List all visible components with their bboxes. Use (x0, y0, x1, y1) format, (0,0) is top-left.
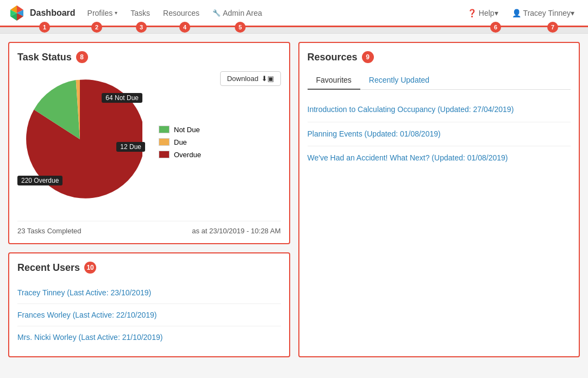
step-6: 6 (490, 22, 501, 33)
chevron-down-icon: ▾ (115, 10, 117, 16)
resources-tabs: Favourites Recently Updated (308, 71, 571, 90)
step-7: 7 (547, 22, 558, 33)
user-item[interactable]: Tracey Tinney (Last Active: 23/10/2019) (17, 282, 281, 304)
chevron-down-icon: ▾ (495, 9, 498, 17)
resource-item[interactable]: We've Had an Accident! What Next? (Updat… (308, 146, 571, 170)
legend-not-due: Not Due (159, 126, 201, 134)
chevron-down-icon: ▾ (571, 9, 574, 17)
recent-users-badge: 10 (84, 262, 96, 274)
step-1: 1 (39, 22, 50, 33)
tab-favourites[interactable]: Favourites (308, 71, 360, 90)
user-item[interactable]: Frances Worley (Last Active: 22/10/2019) (17, 304, 281, 326)
step-3: 3 (136, 22, 147, 33)
step-2: 2 (91, 22, 102, 33)
overdue-color (159, 151, 170, 158)
resources-title: Resources 9 (308, 51, 571, 63)
task-status-badge: 8 (76, 51, 88, 63)
tasks-timestamp: as at 23/10/2019 - 10:28 AM (192, 227, 280, 235)
pie-chart: 64 Not Due 12 Due 220 Overdue (17, 77, 148, 207)
chart-area: 64 Not Due 12 Due 220 Overdue Not Due Du… (17, 71, 220, 213)
nav-item-user[interactable]: 👤 Tracey Tinney ▾ (506, 0, 580, 27)
legend-due: Due (159, 138, 201, 146)
legend-overdue: Overdue (159, 151, 201, 159)
task-status-card: Task Status 8 Download ⬇▣ 64 Not Due 12 … (8, 42, 290, 244)
step-5: 5 (235, 22, 246, 33)
logo-icon (8, 4, 26, 22)
step-4: 4 (179, 22, 190, 33)
user-list: Tracey Tinney (Last Active: 23/10/2019) … (17, 282, 281, 348)
overdue-label: 220 Overdue (17, 176, 62, 185)
recent-users-title: Recent Users 10 (17, 262, 281, 274)
main-content: Task Status 8 Download ⬇▣ 64 Not Due 12 … (0, 34, 588, 365)
resource-item[interactable]: Planning Events (Updated: 01/08/2019) (308, 122, 571, 147)
download-button[interactable]: Download ⬇▣ (220, 71, 281, 86)
tasks-completed: 23 Tasks Completed (17, 227, 82, 235)
resource-item[interactable]: Introduction to Calculating Occupancy (U… (308, 98, 571, 122)
chart-legend: Not Due Due Overdue (159, 126, 201, 159)
brand[interactable]: Dashboard (8, 4, 76, 22)
tab-recently-updated[interactable]: Recently Updated (360, 71, 438, 90)
resources-badge: 9 (362, 51, 374, 63)
brand-title: Dashboard (30, 8, 76, 18)
navbar: Dashboard Profiles ▾ Tasks Resources Adm… (0, 0, 588, 27)
task-footer: 23 Tasks Completed as at 23/10/2019 - 10… (17, 221, 281, 235)
task-status-title: Task Status 8 (17, 51, 281, 63)
due-label: 12 Due (116, 142, 145, 152)
user-item[interactable]: Mrs. Nicki Worley (Last Active: 21/10/20… (17, 326, 281, 348)
download-icon: ⬇▣ (261, 75, 274, 83)
not-due-color (159, 126, 170, 133)
due-color (159, 138, 170, 146)
nav-right: ❓ Help ▾ 👤 Tracey Tinney ▾ (462, 0, 580, 27)
step-indicators-bar: 1 2 3 4 5 6 7 (0, 27, 588, 34)
nav-item-profiles[interactable]: Profiles ▾ (81, 0, 124, 27)
not-due-label: 64 Not Due (102, 93, 142, 103)
recent-users-card: Recent Users 10 Tracey Tinney (Last Acti… (8, 252, 290, 357)
resources-card: Resources 9 Favourites Recently Updated … (298, 42, 580, 357)
resource-list: Introduction to Calculating Occupancy (U… (308, 98, 571, 170)
